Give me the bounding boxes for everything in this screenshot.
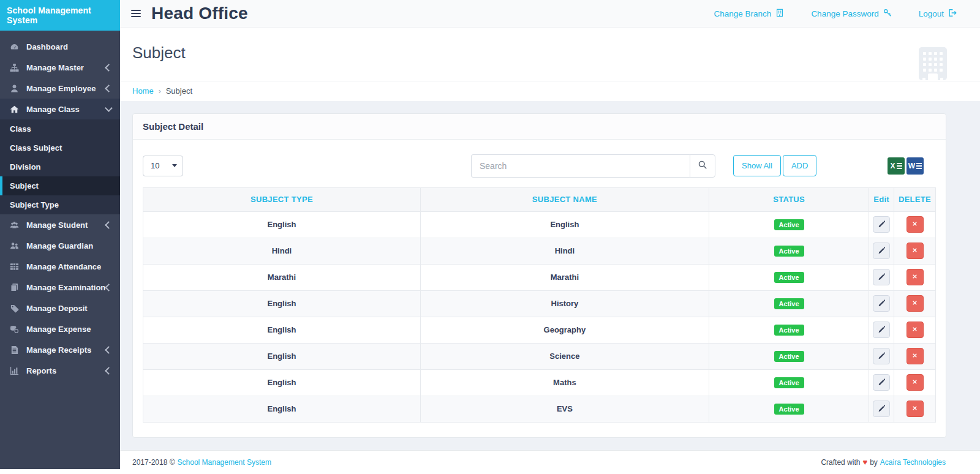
sidebar-item-label: Manage Attendance xyxy=(26,262,101,271)
sidebar-item-manage-student[interactable]: Manage Student xyxy=(0,214,120,235)
status-badge: Active xyxy=(774,298,804,309)
page-title: Subject xyxy=(132,43,968,62)
x-icon xyxy=(911,325,918,334)
edit-button[interactable] xyxy=(873,269,890,285)
sidebar-item-reports[interactable]: Reports xyxy=(0,360,120,381)
logout-icon xyxy=(948,9,957,19)
word-export-icon[interactable]: W xyxy=(907,157,924,175)
footer-brand-link[interactable]: School Management System xyxy=(178,458,271,467)
manage-class-submenu: Class Class Subject Division Subject Sub… xyxy=(0,119,120,214)
sidebar-item-class-subject[interactable]: Class Subject xyxy=(0,138,120,157)
edit-cell xyxy=(869,264,894,290)
sidebar-item-dashboard[interactable]: Dashboard xyxy=(0,36,120,57)
sidebar-item-division[interactable]: Division xyxy=(0,157,120,176)
change-branch-label: Change Branch xyxy=(714,9,772,18)
sidebar-item-manage-guardian[interactable]: Manage Guardian xyxy=(0,235,120,256)
show-all-button[interactable]: Show All xyxy=(733,155,781,176)
x-icon xyxy=(911,246,918,255)
sidebar-item-label: Manage Master xyxy=(26,63,84,72)
delete-cell xyxy=(894,343,936,369)
guardians-icon xyxy=(9,241,20,250)
edit-button[interactable] xyxy=(873,322,890,338)
delete-button[interactable] xyxy=(907,348,924,364)
sidebar-item-manage-master[interactable]: Manage Master xyxy=(0,57,120,78)
delete-cell xyxy=(894,396,936,422)
status-cell: Active xyxy=(709,317,869,343)
delete-button[interactable] xyxy=(907,295,924,312)
pencil-icon xyxy=(878,352,885,361)
sidebar-item-manage-examination[interactable]: Manage Examination xyxy=(0,277,120,298)
edit-cell xyxy=(869,317,894,343)
footer-by-text: by xyxy=(870,458,878,467)
sidebar-item-subject-type[interactable]: Subject Type xyxy=(0,195,120,214)
sidebar-item-manage-class[interactable]: Manage Class xyxy=(0,99,120,119)
subject-type-cell: English xyxy=(143,396,421,422)
sidebar-item-label: Manage Deposit xyxy=(26,304,88,313)
footer-year: 2017-2018 © xyxy=(132,458,175,467)
delete-button[interactable] xyxy=(907,243,924,259)
subject-type-cell: English xyxy=(143,211,421,238)
chevron-left-icon xyxy=(105,346,113,354)
chevron-left-icon xyxy=(105,85,113,92)
chevron-left-icon xyxy=(105,221,113,229)
pencil-icon xyxy=(878,273,885,282)
delete-button[interactable] xyxy=(907,374,924,391)
change-branch-link[interactable]: Change Branch xyxy=(714,9,785,19)
edit-button[interactable] xyxy=(873,216,890,233)
edit-button[interactable] xyxy=(873,374,890,391)
sidebar-item-subject[interactable]: Subject xyxy=(0,176,120,195)
edit-button[interactable] xyxy=(873,295,890,312)
sidebar-item-manage-attendance[interactable]: Manage Attendance xyxy=(0,256,120,277)
sitemap-icon xyxy=(9,63,20,72)
office-title: Head Office xyxy=(151,4,248,23)
sidebar-item-label: Manage Receipts xyxy=(26,345,91,355)
delete-button[interactable] xyxy=(907,216,924,233)
status-cell: Active xyxy=(709,369,869,396)
edit-button[interactable] xyxy=(873,401,890,417)
logout-label: Logout xyxy=(919,9,944,18)
header-subject-name: SUBJECT NAME xyxy=(420,187,709,211)
edit-button[interactable] xyxy=(873,243,890,259)
sidebar-item-manage-employee[interactable]: Manage Employee xyxy=(0,78,120,99)
sidebar-item-class[interactable]: Class xyxy=(0,119,120,138)
user-icon xyxy=(9,84,20,93)
header-subject-type: SUBJECT TYPE xyxy=(143,187,421,211)
file-text-icon xyxy=(9,345,20,355)
x-icon xyxy=(911,220,918,229)
breadcrumb-separator: › xyxy=(159,87,161,96)
table-row: English Maths Active xyxy=(143,369,936,396)
subject-name-cell: Maths xyxy=(420,369,709,396)
delete-button[interactable] xyxy=(907,269,924,285)
pencil-icon xyxy=(878,299,885,308)
delete-button[interactable] xyxy=(907,322,924,338)
delete-cell xyxy=(894,290,936,317)
delete-button[interactable] xyxy=(907,401,924,417)
status-cell: Active xyxy=(709,264,869,290)
excel-export-icon[interactable]: X xyxy=(888,157,905,175)
app-window: School Management System Dashboard Manag… xyxy=(0,0,980,474)
subject-name-cell: EVS xyxy=(420,396,709,422)
search-button[interactable] xyxy=(690,154,715,178)
footer-company-link[interactable]: Acaira Technologies xyxy=(880,458,946,467)
export-icons: X W xyxy=(888,157,936,175)
sidebar-item-manage-deposit[interactable]: Manage Deposit xyxy=(0,298,120,318)
breadcrumb-home-link[interactable]: Home xyxy=(132,86,154,96)
add-button[interactable]: ADD xyxy=(783,155,816,176)
sidebar-item-manage-expense[interactable]: Manage Expense xyxy=(0,318,120,339)
search-input[interactable] xyxy=(471,154,690,178)
status-badge: Active xyxy=(774,377,804,388)
key-icon xyxy=(883,9,892,19)
edit-button[interactable] xyxy=(873,348,890,364)
sidebar-item-label: Manage Class xyxy=(26,105,80,114)
breadcrumb-current: Subject xyxy=(166,86,192,96)
sidebar: School Management System Dashboard Manag… xyxy=(0,0,120,469)
sidebar-item-manage-receipts[interactable]: Manage Receipts xyxy=(0,339,120,360)
heart-icon: ♥ xyxy=(862,457,867,467)
hamburger-menu-icon[interactable] xyxy=(131,8,141,19)
logout-link[interactable]: Logout xyxy=(919,9,957,19)
page-header: Subject xyxy=(120,28,980,81)
page-size-select[interactable]: 10 xyxy=(143,156,183,176)
change-password-link[interactable]: Change Password xyxy=(811,9,891,19)
coins-icon xyxy=(9,325,20,334)
table-row: English English Active xyxy=(143,211,936,238)
